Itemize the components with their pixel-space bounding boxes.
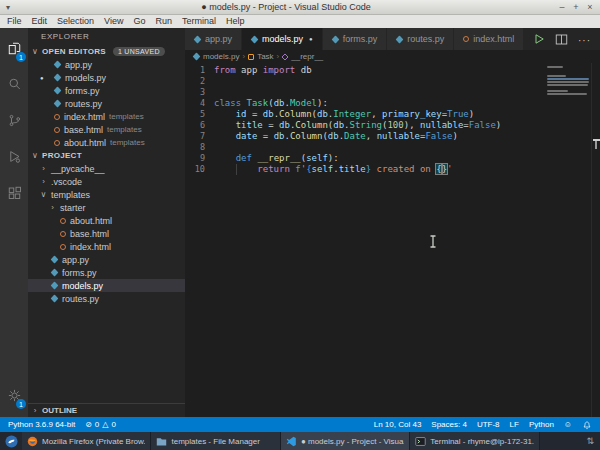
tree-item-index.html[interactable]: index.html [28, 240, 185, 253]
tree-item-templates[interactable]: ∨templates [28, 188, 185, 201]
minimap-line [547, 84, 588, 86]
problems-indicator[interactable]: ⊘ 0 △ 0 [85, 420, 116, 429]
breadcrumb-__repr__[interactable]: __repr__ [282, 52, 323, 61]
token: ): [328, 153, 339, 163]
breadcrumb-Task[interactable]: Task [248, 52, 273, 61]
token: import [263, 65, 296, 75]
menu-edit[interactable]: Edit [27, 15, 53, 28]
line-number: 3 [185, 87, 205, 98]
tab-models.py[interactable]: models.py● [242, 28, 323, 50]
terminal-icon [415, 436, 426, 447]
editor-group: app.pymodels.py●forms.pyroutes.pyindex.h… [185, 28, 600, 417]
py-file-icon [51, 295, 59, 303]
tree-item-app.py[interactable]: app.py [28, 253, 185, 266]
token: ' [447, 164, 452, 174]
more-actions-button[interactable]: ··· [578, 30, 591, 48]
taskbar-vscode[interactable]: ● models.py - Project - Visua... [281, 432, 410, 450]
project-header[interactable]: ∨ PROJECT [28, 149, 185, 162]
error-count: 0 [95, 420, 99, 429]
open-editor-forms.py[interactable]: forms.py [28, 84, 185, 97]
menu-help[interactable]: Help [221, 15, 250, 28]
tree-item-__pycache__[interactable]: ›__pycache__ [28, 162, 185, 175]
token: db [295, 65, 311, 75]
open-editor-base.html[interactable]: base.htmltemplates [28, 123, 185, 136]
activity-extensions[interactable] [0, 174, 28, 210]
tree-item-models.py[interactable]: models.py [28, 279, 185, 292]
token [214, 120, 236, 130]
open-editors-header[interactable]: ∨ OPEN EDITORS 1 UNSAVED [28, 45, 185, 58]
open-editor-app.py[interactable]: app.py [28, 58, 185, 71]
token: String [350, 120, 383, 130]
minimap[interactable] [547, 66, 589, 96]
token: True [447, 109, 469, 119]
open-editor-about.html[interactable]: about.htmltemplates [28, 136, 185, 149]
tree-item-starter[interactable]: ›starter [28, 201, 185, 214]
token: __repr__ [257, 153, 300, 163]
tab-routes.py[interactable]: routes.py [387, 28, 454, 50]
tree-item-routes.py[interactable]: routes.py [28, 292, 185, 305]
token: db [328, 131, 339, 141]
outline-label: OUTLINE [42, 406, 77, 415]
status-language-mode[interactable]: Python [529, 420, 554, 429]
status-encoding[interactable]: UTF-8 [477, 420, 500, 429]
file-name: index.html [70, 242, 111, 252]
warning-icon: △ [102, 420, 108, 429]
tab-app.py[interactable]: app.py [185, 28, 242, 50]
tab-index.html[interactable]: index.html [454, 28, 524, 50]
token: db [317, 109, 328, 119]
window-menu-arrow-icon[interactable]: ▾ [0, 3, 16, 12]
python-interpreter[interactable]: Python 3.6.9 64-bit [8, 420, 75, 429]
menu-selection[interactable]: Selection [52, 15, 99, 28]
token: id [236, 109, 247, 119]
activity-explorer[interactable]: 1 [0, 30, 28, 66]
outline-header[interactable]: › OUTLINE [28, 403, 185, 417]
activity-search[interactable] [0, 66, 28, 102]
open-editor-models.py[interactable]: ●models.py [28, 71, 185, 84]
breadcrumb-models.py[interactable]: models.py [193, 52, 239, 61]
code-editor[interactable]: 1from app import db234class Task(db.Mode… [185, 63, 600, 417]
html-file-icon [60, 231, 66, 237]
search-icon [7, 77, 22, 92]
open-editor-routes.py[interactable]: routes.py [28, 97, 185, 110]
html-file-icon [54, 114, 60, 120]
activity-manage[interactable]: 1 [0, 377, 28, 413]
close-button[interactable]: × [584, 1, 596, 14]
token: def [236, 153, 252, 163]
status-eol[interactable]: LF [510, 420, 519, 429]
token: ) [469, 109, 474, 119]
activity-source-control[interactable] [0, 102, 28, 138]
menu-file[interactable]: File [2, 15, 27, 28]
token: nullable [377, 131, 420, 141]
menu-go[interactable]: Go [128, 15, 150, 28]
activity-run-debug[interactable] [0, 138, 28, 174]
code-line-7: 7 date = db.Column(db.Date, nullable=Fal… [185, 131, 600, 142]
html-file-icon [60, 218, 66, 224]
input-indicator-tray-icon[interactable]: ⇅ [586, 436, 600, 446]
menu-terminal[interactable]: Terminal [177, 15, 221, 28]
tree-item-base.html[interactable]: base.html [28, 227, 185, 240]
tree-item-forms.py[interactable]: forms.py [28, 266, 185, 279]
menu-view[interactable]: View [99, 15, 128, 28]
tree-item-.vscode[interactable]: ›.vscode [28, 175, 185, 188]
tab-forms.py[interactable]: forms.py [323, 28, 388, 50]
menu-run[interactable]: Run [150, 15, 177, 28]
py-file-icon [251, 35, 259, 43]
split-editor-button[interactable] [554, 32, 569, 47]
open-editor-index.html[interactable]: index.htmltemplates [28, 110, 185, 123]
status-cursor-position[interactable]: Ln 10, Col 43 [374, 420, 422, 429]
taskbar-terminal[interactable]: Terminal - rhyme@ip-172-31... [410, 432, 539, 450]
status-indentation[interactable]: Spaces: 4 [431, 420, 467, 429]
activity-badge: 1 [16, 52, 26, 62]
tree-item-about.html[interactable]: about.html [28, 214, 185, 227]
taskbar-firefox[interactable]: Mozilla Firefox (Private Brow... [22, 432, 151, 450]
status-feedback[interactable]: ☺ [564, 420, 572, 429]
token: ), [404, 120, 420, 130]
status-notifications[interactable] [582, 420, 592, 430]
applications-menu-button[interactable] [0, 432, 22, 450]
py-file-icon [51, 282, 59, 290]
editor-scrollbar[interactable] [591, 63, 600, 417]
taskbar-file-manager[interactable]: templates - File Manager [151, 432, 280, 450]
run-button[interactable] [533, 33, 545, 45]
minimize-button[interactable]: – [556, 1, 568, 14]
maximize-button[interactable]: + [570, 1, 582, 14]
